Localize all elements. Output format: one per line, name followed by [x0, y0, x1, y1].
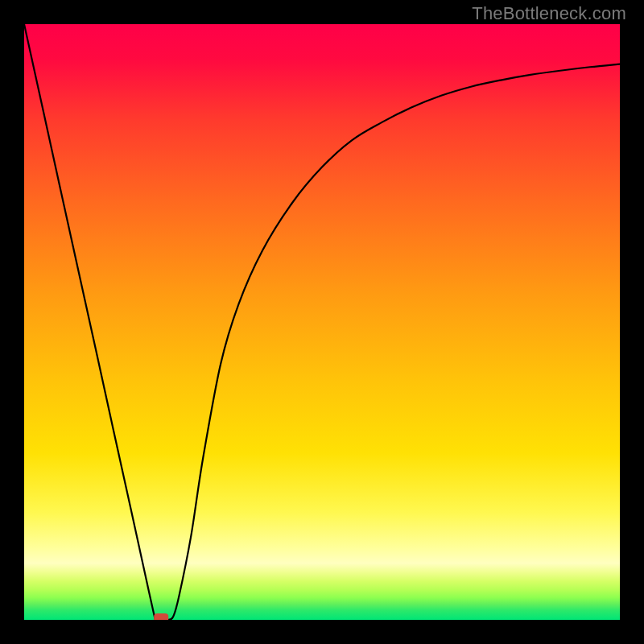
plot-area	[24, 24, 620, 620]
chart-container: TheBottleneck.com	[0, 0, 644, 644]
plot-svg	[24, 24, 620, 620]
watermark-text: TheBottleneck.com	[472, 3, 626, 24]
gradient-background	[24, 24, 620, 620]
minimum-marker	[154, 613, 168, 620]
